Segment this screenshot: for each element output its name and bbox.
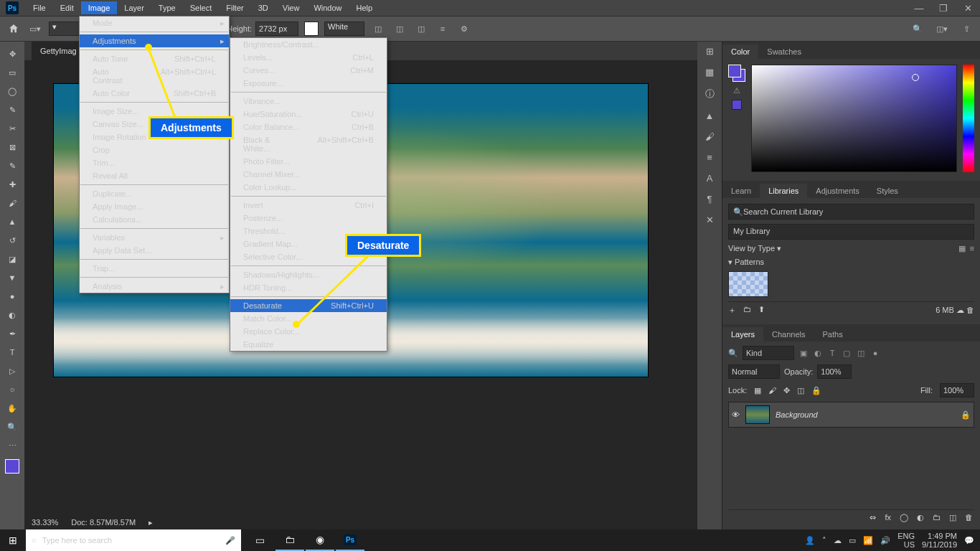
menuitem-black-white[interactable]: Black & White...Alt+Shift+Ctrl+B <box>230 133 387 155</box>
dock-icon-4[interactable]: ▲ <box>705 110 715 121</box>
fx-icon[interactable]: fx <box>885 513 891 522</box>
menu-filter[interactable]: Filter <box>219 1 250 14</box>
filter-search-icon[interactable]: 🔍 <box>728 349 738 358</box>
filter-type-icon[interactable]: T <box>827 349 837 357</box>
taskbar-chrome[interactable]: ◉ <box>306 529 334 551</box>
close-button[interactable]: ✕ <box>956 3 980 14</box>
menu-layer[interactable]: Layer <box>117 1 151 14</box>
frame-tool[interactable]: ⊠ <box>1 138 23 156</box>
tab-paths[interactable]: Paths <box>814 327 852 342</box>
dock-icon-1[interactable]: ⊞ <box>706 46 714 57</box>
mic-icon[interactable]: 🎤 <box>225 536 235 545</box>
taskbar-search[interactable]: ○ Type here to search 🎤 <box>26 529 241 551</box>
menu-window[interactable]: Window <box>306 1 349 14</box>
menu-3d[interactable]: 3D <box>251 1 275 14</box>
hand-tool[interactable]: ✋ <box>1 399 23 418</box>
mask-icon[interactable]: ◯ <box>900 513 908 522</box>
cloud-icon[interactable]: ☁ <box>956 306 964 314</box>
dock-icon-6[interactable]: ≡ <box>707 152 712 163</box>
opt-icon-3[interactable]: ◫ <box>413 21 429 37</box>
menuitem-adjustments[interactable]: Adjustments▸ <box>80 34 229 47</box>
menuitem-color-lookup[interactable]: Color Lookup... <box>230 181 387 194</box>
lock-artboard-icon[interactable]: ◫ <box>797 386 804 395</box>
menuitem-trim[interactable]: Trim... <box>80 156 229 169</box>
menuitem-auto-color[interactable]: Auto ColorShift+Ctrl+B <box>80 87 229 100</box>
menuitem-brightness-contrast[interactable]: Brightness/Contrast... <box>230 38 387 51</box>
menuitem-replace-color[interactable]: Replace Color... <box>230 325 387 338</box>
tool-preset-dropdown[interactable]: ▭▾ <box>27 21 43 37</box>
filter-pixel-icon[interactable]: ▣ <box>798 349 809 358</box>
tab-libraries[interactable]: Libraries <box>760 184 807 198</box>
lock-all-icon[interactable]: 🔒 <box>811 386 821 395</box>
tray-clock[interactable]: 1:49 PM9/11/2019 <box>922 532 957 549</box>
search-icon[interactable]: 🔍 <box>910 21 925 37</box>
tab-adjustments[interactable]: Adjustments <box>807 184 868 198</box>
brush-tool[interactable]: 🖌 <box>1 194 23 212</box>
menuitem-crop[interactable]: Crop <box>80 143 229 156</box>
taskbar-explorer[interactable]: 🗀 <box>275 529 304 551</box>
menu-type[interactable]: Type <box>151 1 183 14</box>
menu-image[interactable]: Image <box>81 1 118 14</box>
adj-layer-icon[interactable]: ◐ <box>917 513 924 522</box>
filter-toggle[interactable]: ● <box>870 349 880 357</box>
lock-pos-icon[interactable]: ✥ <box>783 386 790 395</box>
tray-battery-icon[interactable]: ▭ <box>849 536 856 545</box>
menuitem-levels[interactable]: Levels...Ctrl+L <box>230 51 387 64</box>
blur-tool[interactable]: ● <box>1 287 23 306</box>
move-tool[interactable]: ✥ <box>1 44 23 63</box>
delete-layer-icon[interactable]: 🗑 <box>965 513 973 522</box>
dock-icon-2[interactable]: ▦ <box>705 67 714 77</box>
path-select-tool[interactable]: ▷ <box>1 362 23 380</box>
menuitem-exposure[interactable]: Exposure... <box>230 77 387 90</box>
start-button[interactable]: ⊞ <box>0 534 26 546</box>
menuitem-vibrance[interactable]: Vibrance... <box>230 95 387 108</box>
add-icon[interactable]: ＋ <box>728 305 736 316</box>
align-icon[interactable]: ≡ <box>435 21 451 37</box>
tab-styles[interactable]: Styles <box>868 184 907 198</box>
doc-info-arrow[interactable]: ▸ <box>149 518 153 527</box>
upload-icon[interactable]: ⬆ <box>758 305 765 316</box>
tray-lang[interactable]: ENGUS <box>897 532 915 549</box>
menuitem-invert[interactable]: InvertCtrl+I <box>230 199 387 212</box>
opt-icon-1[interactable]: ◫ <box>370 21 386 37</box>
trash-icon[interactable]: 🗑 <box>966 306 974 314</box>
edit-toolbar[interactable]: ⋯ <box>1 436 23 455</box>
eyedropper-tool[interactable]: ✎ <box>1 156 23 175</box>
menuitem-hue-saturation[interactable]: Hue/Saturation...Ctrl+U <box>230 108 387 121</box>
dock-icon-5[interactable]: 🖌 <box>705 131 715 142</box>
menuitem-hdr-toning[interactable]: HDR Toning... <box>230 281 387 294</box>
tab-learn[interactable]: Learn <box>722 184 760 198</box>
layer-thumbnail[interactable] <box>745 405 770 424</box>
library-dropdown[interactable]: My Library <box>728 224 974 240</box>
nearest-color[interactable] <box>732 100 742 110</box>
type-tool[interactable]: T <box>1 343 23 362</box>
tab-swatches[interactable]: Swatches <box>758 44 810 59</box>
dock-icon-8[interactable]: ¶ <box>707 194 712 204</box>
color-picker[interactable] <box>751 65 957 172</box>
minimize-button[interactable]: — <box>907 3 931 14</box>
patterns-header[interactable]: ▾ Patterns <box>728 258 974 267</box>
visibility-icon[interactable]: 👁 <box>732 410 740 419</box>
quick-select-tool[interactable]: ✎ <box>1 100 23 119</box>
fg-bg-swatch[interactable] <box>728 65 745 82</box>
filter-kind[interactable] <box>743 346 794 360</box>
menuitem-duplicate[interactable]: Duplicate... <box>80 187 229 200</box>
menuitem-photo-filter[interactable]: Photo Filter... <box>230 155 387 168</box>
menu-file[interactable]: File <box>26 1 53 14</box>
dock-icon-9[interactable]: ✕ <box>706 215 714 225</box>
shape-tool[interactable]: ○ <box>1 380 23 399</box>
tray-people-icon[interactable]: 👤 <box>805 536 815 545</box>
zoom-tool[interactable]: 🔍 <box>1 418 23 436</box>
zoom-level[interactable]: 33.33% <box>32 518 58 527</box>
tab-layers[interactable]: Layers <box>722 327 763 342</box>
maximize-button[interactable]: ❐ <box>931 3 956 14</box>
gradient-tool[interactable]: ▼ <box>1 268 23 287</box>
lock-trans-icon[interactable]: ▦ <box>754 386 761 395</box>
healing-tool[interactable]: ✚ <box>1 175 23 194</box>
dodge-tool[interactable]: ◐ <box>1 306 23 324</box>
menu-view[interactable]: View <box>275 1 307 14</box>
lasso-tool[interactable]: ◯ <box>1 82 23 100</box>
new-layer-icon[interactable]: ◫ <box>949 513 956 522</box>
taskbar-photoshop[interactable]: Ps <box>336 529 364 551</box>
menuitem-calculations[interactable]: Calculations... <box>80 213 229 226</box>
